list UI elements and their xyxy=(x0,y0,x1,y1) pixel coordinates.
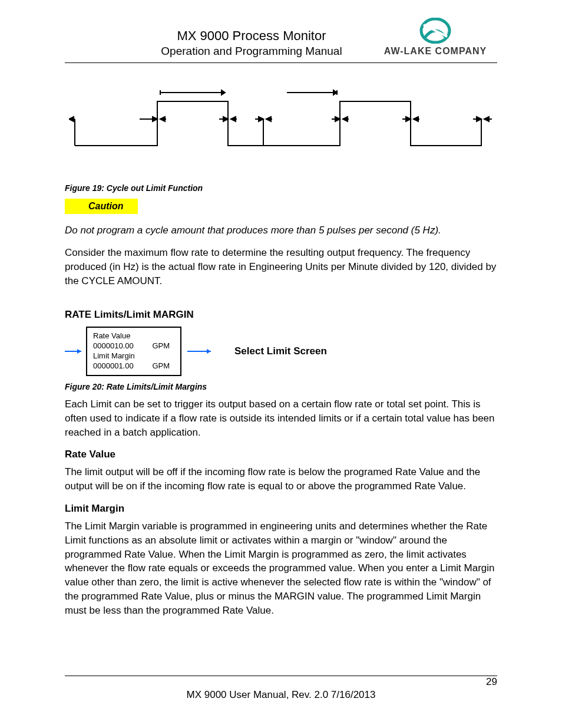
figure-20-caption: Figure 20: Rate Limits/Limit Margins xyxy=(65,382,497,391)
footer-text: MX 9000 User Manual, Rev. 2.0 7/16/2013 xyxy=(65,689,497,701)
subheading-rate-value: Rate Value xyxy=(65,449,497,460)
rate-box-l4-left: 0000001.00 xyxy=(93,361,134,371)
select-limit-label: Select Limit Screen xyxy=(234,345,327,357)
caution-text: Do not program a cycle amount that produ… xyxy=(65,225,497,236)
rate-value-box: Rate Value 0000010.00GPM Limit Margin 00… xyxy=(86,327,181,376)
logo-icon xyxy=(373,18,497,44)
rate-box-l2-left: 0000010.00 xyxy=(93,341,134,351)
rate-box-l4-right: GPM xyxy=(152,361,170,371)
page-header: MX 9000 Process Monitor Operation and Pr… xyxy=(65,18,497,63)
company-name: AW-LAKE COMPANY xyxy=(373,46,497,57)
subheading-limit-margin: Limit Margin xyxy=(65,503,497,515)
footer-rule xyxy=(65,676,497,676)
rate-box-l3: Limit Margin xyxy=(93,351,170,361)
company-logo: AW-LAKE COMPANY xyxy=(373,18,497,57)
section-rate-limits: RATE Limits/Limit MARGIN xyxy=(65,309,497,321)
paragraph-each-limit: Each Limit can be set to trigger its out… xyxy=(65,397,497,439)
arrow-left-icon xyxy=(65,345,86,357)
paragraph-limit-margin: The Limit Margin variable is programmed … xyxy=(65,519,497,618)
doc-title: MX 9000 Process Monitor xyxy=(130,28,373,44)
figure-19-diagram xyxy=(65,87,497,160)
figure-19-caption: Figure 19: Cycle out Limit Function xyxy=(65,183,497,193)
document-page: MX 9000 Process Monitor Operation and Pr… xyxy=(0,0,562,728)
paragraph-freq: Consider the maximum flow rate to determ… xyxy=(65,246,497,288)
paragraph-rate-value: The limit output will be off if the inco… xyxy=(65,465,497,493)
arrow-right-icon xyxy=(187,345,217,357)
header-titles: MX 9000 Process Monitor Operation and Pr… xyxy=(130,18,373,58)
page-number: 29 xyxy=(486,676,497,688)
rate-box-l2-right: GPM xyxy=(152,341,170,351)
rate-box-l1: Rate Value xyxy=(93,331,170,341)
caution-label: Caution xyxy=(65,199,138,214)
rate-box-row: Rate Value 0000010.00GPM Limit Margin 00… xyxy=(65,327,497,376)
doc-subtitle: Operation and Programming Manual xyxy=(130,45,373,58)
